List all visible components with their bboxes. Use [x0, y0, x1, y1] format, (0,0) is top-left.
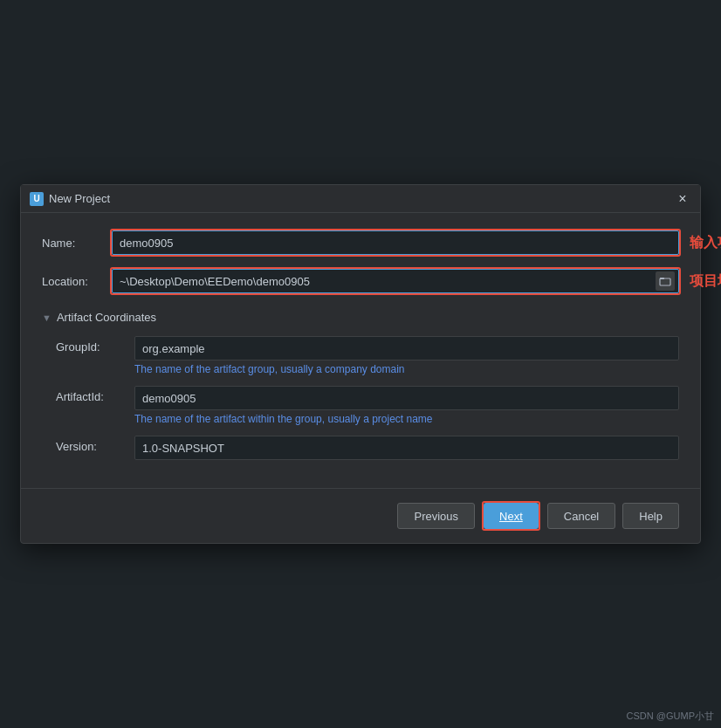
dialog-body: Name: 输入项目名称 Location: — [21, 213, 700, 488]
artifactid-input[interactable] — [134, 386, 679, 410]
dialog-title: New Project — [49, 192, 110, 205]
groupid-input[interactable] — [134, 336, 679, 361]
artifactid-row: ArtifactId: The name of the artifact wit… — [56, 386, 679, 425]
groupid-label: GroupId: — [56, 336, 134, 354]
artifactid-hint: The name of the artifact within the grou… — [134, 413, 679, 425]
artifact-header[interactable]: ▼ Artifact Coordinates — [42, 311, 679, 324]
location-annotation: 项目地址 — [690, 272, 721, 291]
artifactid-label: ArtifactId: — [56, 386, 134, 403]
name-label: Name: — [42, 237, 112, 250]
version-row: Version: — [56, 436, 679, 460]
collapse-arrow-icon: ▼ — [42, 312, 52, 323]
location-input[interactable] — [120, 275, 656, 288]
previous-button[interactable]: Previous — [397, 503, 475, 529]
dialog-footer: Previous Next Cancel Help — [21, 488, 700, 543]
name-annotation: 输入项目名称 — [690, 234, 721, 252]
svg-rect-1 — [660, 278, 664, 279]
version-label: Version: — [56, 436, 134, 453]
version-input[interactable] — [134, 436, 679, 460]
groupid-content: The name of the artifact group, usually … — [134, 336, 679, 375]
titlebar-left: U New Project — [30, 192, 110, 206]
dialog-icon: U — [30, 192, 44, 206]
help-button[interactable]: Help — [622, 503, 679, 529]
location-row: Location: 项目地址 — [42, 269, 679, 293]
watermark: CSDN @GUMP小甘 — [627, 710, 714, 723]
name-input[interactable] — [112, 230, 679, 255]
dialog-titlebar: U New Project × — [21, 185, 700, 213]
browse-button[interactable] — [656, 271, 675, 291]
groupid-row: GroupId: The name of the artifact group,… — [56, 336, 679, 375]
groupid-hint: The name of the artifact group, usually … — [134, 363, 679, 375]
next-button[interactable]: Next — [484, 503, 539, 529]
artifact-section: ▼ Artifact Coordinates GroupId: The name… — [42, 311, 679, 460]
name-row: Name: 输入项目名称 — [42, 230, 679, 255]
version-content — [134, 436, 679, 460]
artifact-fields: GroupId: The name of the artifact group,… — [42, 336, 679, 460]
new-project-dialog: U New Project × Name: 输入项目名称 Location: — [20, 184, 701, 544]
artifactid-content: The name of the artifact within the grou… — [134, 386, 679, 425]
artifact-section-label: Artifact Coordinates — [57, 311, 156, 324]
close-button[interactable]: × — [674, 190, 691, 208]
svg-rect-0 — [660, 278, 670, 285]
next-button-wrapper: Next — [482, 501, 540, 531]
location-label: Location: — [42, 275, 112, 288]
cancel-button[interactable]: Cancel — [547, 503, 615, 529]
